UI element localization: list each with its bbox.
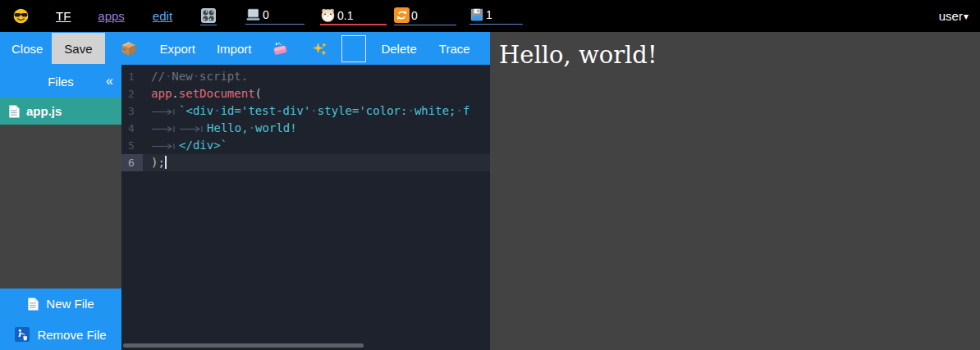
text-cursor bbox=[165, 156, 167, 169]
code-lines: 1//·New·script.2app.setDocument(3`<div·i… bbox=[121, 65, 490, 171]
user-menu[interactable]: user ▾ bbox=[939, 9, 969, 23]
save-button[interactable]: Save bbox=[52, 33, 104, 64]
code-text: `<div·id='test-div'·style='color:·white;… bbox=[143, 102, 469, 120]
export-button[interactable]: Export bbox=[160, 42, 195, 56]
stat-value: 0 bbox=[263, 8, 269, 22]
line-number: 5 bbox=[121, 137, 143, 154]
stat-value: 0 bbox=[411, 9, 418, 23]
files-header: Files « bbox=[0, 65, 121, 98]
preview-panel: Hello, world! bbox=[490, 32, 980, 350]
line-number: 6 bbox=[121, 154, 143, 171]
stat-value: 0.1 bbox=[337, 9, 353, 23]
token-punct: . bbox=[172, 87, 178, 100]
import-button[interactable]: Import bbox=[217, 42, 252, 56]
code-line[interactable]: 4Hello,·world! bbox=[121, 120, 490, 137]
code-editor[interactable]: 1//·New·script.2app.setDocument(3`<div·i… bbox=[121, 65, 490, 350]
token-comment: //·New·script. bbox=[151, 70, 248, 83]
stat-field-saves[interactable]: 1 bbox=[469, 7, 523, 25]
code-line[interactable]: 2app.setDocument( bbox=[121, 85, 490, 102]
smiley-sunglasses-icon[interactable] bbox=[13, 8, 29, 24]
horizontal-scrollbar-thumb[interactable] bbox=[123, 343, 364, 348]
stat-field-laptop[interactable]: 0 bbox=[245, 8, 305, 25]
user-menu-label: user bbox=[939, 9, 963, 23]
brand-link[interactable]: TF bbox=[56, 9, 71, 23]
stat-value: 1 bbox=[486, 8, 492, 22]
file-name: app.js bbox=[26, 104, 62, 118]
nav-link-edit[interactable]: edit bbox=[153, 9, 172, 23]
line-number: 1 bbox=[121, 68, 143, 85]
nav-link-apps[interactable]: apps bbox=[98, 9, 125, 23]
package-icon[interactable] bbox=[121, 41, 137, 57]
files-sidebar: Files « app.js bbox=[0, 65, 121, 350]
line-number: 2 bbox=[121, 85, 143, 102]
token-name: setDocument bbox=[179, 87, 255, 100]
file-item-appjs[interactable]: app.js bbox=[0, 98, 121, 125]
tab-indicator-icon bbox=[179, 125, 207, 133]
chevron-down-icon: ▾ bbox=[964, 11, 969, 22]
trace-button[interactable]: Trace bbox=[439, 42, 470, 56]
code-line[interactable]: 6); bbox=[121, 154, 490, 171]
close-button[interactable]: Close bbox=[11, 42, 43, 56]
code-line[interactable]: 3`<div·id='test-div'·style='color:·white… bbox=[121, 102, 490, 120]
sparkles-icon[interactable] bbox=[312, 41, 327, 57]
code-line[interactable]: 1//·New·script. bbox=[121, 68, 490, 85]
files-header-title: Files bbox=[48, 75, 74, 89]
stat-field-refresh[interactable]: 0 bbox=[394, 7, 456, 25]
token-string: `<div·id='test-div'·style='color:·white;… bbox=[179, 104, 469, 117]
sidebar-actions: New File Remove File bbox=[0, 289, 121, 350]
token-name: app bbox=[151, 87, 172, 100]
editor-toolbar: Close Save Export Import D bbox=[0, 32, 490, 65]
code-text: Hello,·world! bbox=[143, 120, 297, 137]
code-line[interactable]: 5</div>` bbox=[121, 137, 490, 154]
code-text: app.setDocument( bbox=[143, 85, 262, 102]
tab-indicator-icon bbox=[151, 107, 179, 116]
floppy-icon bbox=[469, 7, 484, 22]
remove-file-button[interactable]: Remove File bbox=[0, 320, 121, 350]
new-file-icon bbox=[27, 298, 39, 311]
top-bar: TF apps edit 0 bbox=[0, 0, 980, 32]
new-file-label: New File bbox=[46, 297, 94, 311]
token-punct: ( bbox=[255, 87, 262, 100]
remove-file-label: Remove File bbox=[37, 328, 106, 342]
remove-file-icon bbox=[15, 327, 30, 342]
token-string: Hello,·world! bbox=[207, 121, 297, 134]
new-file-button[interactable]: New File bbox=[0, 289, 121, 320]
collapse-sidebar-button[interactable]: « bbox=[106, 74, 113, 89]
laptop-icon bbox=[245, 8, 261, 22]
line-number: 3 bbox=[121, 102, 143, 120]
soap-icon[interactable] bbox=[272, 41, 288, 57]
toolbar-box-input[interactable] bbox=[341, 35, 366, 62]
tab-indicator-icon bbox=[151, 125, 179, 133]
code-text: </div>` bbox=[143, 137, 227, 154]
code-text: //·New·script. bbox=[143, 68, 248, 85]
tab-indicator-icon bbox=[151, 142, 179, 150]
document-icon bbox=[8, 105, 20, 118]
token-string: </div>` bbox=[179, 139, 227, 152]
hamster-icon bbox=[320, 7, 336, 23]
refresh-icon bbox=[394, 7, 410, 23]
stat-field-hamster[interactable]: 0.1 bbox=[320, 7, 387, 25]
token-punct: ); bbox=[151, 156, 165, 169]
control-knobs-icon[interactable] bbox=[200, 7, 217, 25]
delete-button[interactable]: Delete bbox=[381, 42, 416, 56]
line-number: 4 bbox=[121, 120, 143, 137]
preview-text: Hello, world! bbox=[499, 41, 980, 69]
code-text: ); bbox=[143, 154, 167, 171]
